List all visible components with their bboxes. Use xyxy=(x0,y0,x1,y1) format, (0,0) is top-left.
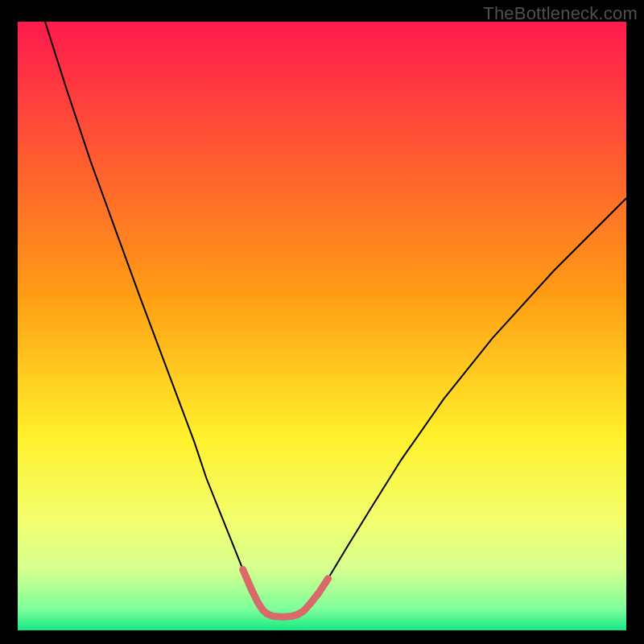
chart-root: TheBottleneck.com xyxy=(0,0,644,644)
plot-background xyxy=(18,22,626,630)
plot-frame xyxy=(18,22,626,630)
plot-svg xyxy=(18,22,626,630)
